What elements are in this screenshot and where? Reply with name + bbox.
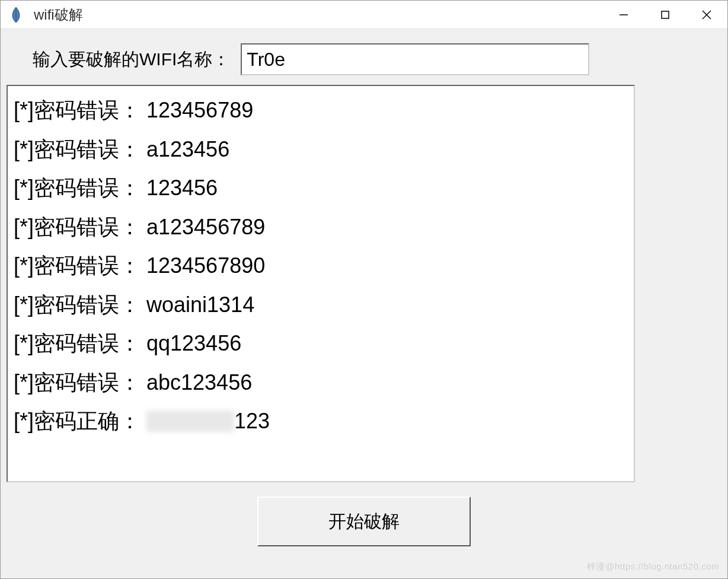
window-title: wifi破解 xyxy=(34,5,83,24)
log-line: [*]密码错误： 123456789 xyxy=(14,91,628,130)
log-value: qq123456 xyxy=(146,324,241,363)
window-controls xyxy=(603,1,727,29)
log-value: a123456789 xyxy=(146,208,265,247)
log-value: 123456 xyxy=(146,168,218,208)
log-prefix: [*]密码错误： xyxy=(14,168,146,208)
log-value: 123 xyxy=(234,402,270,441)
svg-rect-1 xyxy=(662,11,669,18)
input-row: 输入要破解的WIFI名称： xyxy=(33,43,720,75)
log-prefix: [*]密码错误： xyxy=(14,130,146,169)
log-prefix: [*]密码正确： xyxy=(14,402,146,441)
log-prefix: [*]密码错误： xyxy=(14,208,146,247)
log-value: 1234567890 xyxy=(146,246,265,285)
wifi-name-input[interactable] xyxy=(241,43,589,75)
log-line: [*]密码错误： a123456789 xyxy=(14,208,628,247)
app-icon xyxy=(8,7,24,23)
log-line: [*]密码正确： 123 xyxy=(14,402,628,441)
log-value: a123456 xyxy=(146,130,229,169)
log-value: abc123456 xyxy=(146,363,252,402)
app-window: wifi破解 输入要破解的WIFI名称： [*]密码错误： 123456789[… xyxy=(0,0,728,579)
start-crack-button[interactable]: 开始破解 xyxy=(257,497,471,546)
minimize-button[interactable] xyxy=(603,1,644,29)
titlebar: wifi破解 xyxy=(1,1,727,29)
close-button[interactable] xyxy=(686,1,727,29)
log-prefix: [*]密码错误： xyxy=(14,91,146,130)
wifi-name-label: 输入要破解的WIFI名称： xyxy=(33,47,230,72)
output-log[interactable]: [*]密码错误： 123456789[*]密码错误： a123456[*]密码错… xyxy=(7,85,635,482)
button-row: 开始破解 xyxy=(8,497,720,546)
log-line: [*]密码错误： woaini1314 xyxy=(14,285,628,325)
log-line: [*]密码错误： a123456 xyxy=(14,130,628,169)
client-area: 输入要破解的WIFI名称： [*]密码错误： 123456789[*]密码错误：… xyxy=(1,29,727,578)
log-prefix: [*]密码错误： xyxy=(14,285,146,325)
log-line: [*]密码错误： abc123456 xyxy=(14,363,628,402)
redacted-block xyxy=(146,411,234,432)
log-line: [*]密码错误： 123456 xyxy=(14,168,628,208)
log-value: woaini1314 xyxy=(146,285,254,325)
watermark-text: 梓潼@https://blog.ntan520.com xyxy=(587,561,719,572)
log-prefix: [*]密码错误： xyxy=(14,246,146,285)
log-line: [*]密码错误： 1234567890 xyxy=(14,246,628,285)
log-value: 123456789 xyxy=(146,91,253,130)
log-prefix: [*]密码错误： xyxy=(14,324,146,363)
log-prefix: [*]密码错误： xyxy=(14,363,146,402)
maximize-button[interactable] xyxy=(644,1,686,29)
log-line: [*]密码错误： qq123456 xyxy=(14,324,628,363)
